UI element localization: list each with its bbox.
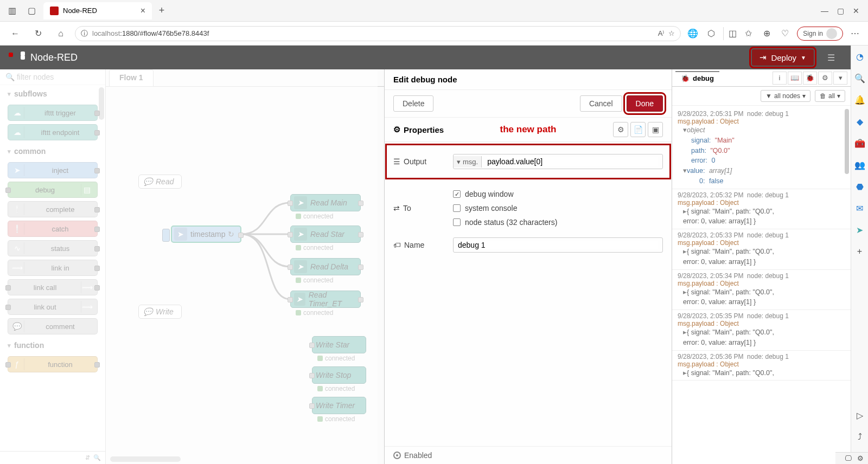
node-appearance-icon[interactable]: ▣ xyxy=(648,122,663,137)
more-icon[interactable]: ⋯ xyxy=(848,27,861,40)
palette-node-complete[interactable]: ❕complete xyxy=(8,201,98,217)
name-field[interactable] xyxy=(458,241,658,249)
checkbox-node-status[interactable] xyxy=(453,218,461,226)
palette-node-comment[interactable]: 💬comment xyxy=(8,318,98,334)
ie-mode-icon[interactable]: 🌐 xyxy=(686,27,699,40)
flow-node-write-star[interactable]: Write Star xyxy=(312,336,366,353)
minimize-icon[interactable]: — xyxy=(821,7,828,15)
deploy-caret-icon[interactable]: ▼ xyxy=(801,55,806,61)
shopping-icon[interactable]: 🧰 xyxy=(854,138,865,149)
comment-node-read[interactable]: 💬Read xyxy=(138,175,182,189)
copilot-icon[interactable]: ◔ xyxy=(854,51,865,62)
tools-icon[interactable]: ◆ xyxy=(854,116,865,127)
palette-node-linkcall[interactable]: link call⟿ xyxy=(8,279,98,295)
debug-scrollbar[interactable] xyxy=(845,109,849,174)
help-tab-icon[interactable]: 📖 xyxy=(788,72,802,85)
inject-button[interactable] xyxy=(162,229,170,242)
checkbox-debug-window[interactable]: ✓ xyxy=(453,190,461,198)
palette-node-status[interactable]: ∿status xyxy=(8,240,98,256)
palette-node-catch[interactable]: ❕catch xyxy=(8,221,98,237)
extensions-icon[interactable]: ⬡ xyxy=(705,27,718,40)
deploy-button[interactable]: ⇥ Deploy ▼ xyxy=(752,49,814,66)
close-window-icon[interactable]: ✕ xyxy=(853,7,859,15)
palette-node-linkout[interactable]: link out⟿ xyxy=(8,299,98,315)
site-info-icon[interactable]: ⓘ xyxy=(81,29,88,38)
debug-tab[interactable]: 🐞debug xyxy=(675,71,719,85)
new-tab-button[interactable]: + xyxy=(154,3,169,18)
status-gear-icon[interactable]: ⚙ xyxy=(857,454,864,462)
palette-node-debug[interactable]: debug▤ xyxy=(8,182,98,198)
vertical-tabs-icon[interactable]: ▥ xyxy=(4,3,20,18)
node-description-icon[interactable]: 📄 xyxy=(630,122,646,137)
palette-search-icon[interactable]: 🔍 xyxy=(93,454,101,461)
workspace-tab-flow1[interactable]: Flow 1 xyxy=(109,69,154,86)
output-type-selector[interactable]: ▾msg. xyxy=(454,156,482,167)
main-menu-button[interactable]: ☰ xyxy=(820,47,842,68)
status-monitor-icon[interactable]: 🖵 xyxy=(845,454,852,462)
favorite-icon[interactable]: ☆ xyxy=(668,29,675,37)
bell-icon[interactable]: 🔔 xyxy=(854,94,865,105)
browser-tab[interactable]: Node-RED × xyxy=(43,2,152,20)
canvas-scrollbar-h[interactable] xyxy=(110,456,181,462)
edge-sidebar: ◔ 🔍 🔔 ◆ 🧰 👥 ⬣ ✉ ➤ + ▷ ⤴ ⚙ xyxy=(851,46,868,464)
tab-actions-icon[interactable]: ▢ xyxy=(24,3,39,18)
delete-button[interactable]: Delete xyxy=(393,95,433,112)
palette-node-linkin[interactable]: ⟿link in xyxy=(8,260,98,276)
back-button[interactable]: ← xyxy=(7,25,24,42)
office-icon[interactable]: ⬣ xyxy=(854,181,865,192)
info-tab-icon[interactable]: i xyxy=(773,72,787,85)
favorites-icon[interactable]: ✩ xyxy=(742,27,755,40)
enabled-toggle[interactable] xyxy=(393,452,401,459)
tab-close-icon[interactable]: × xyxy=(141,6,145,16)
refresh-button[interactable]: ↻ xyxy=(29,25,47,42)
flow-node-read-delta[interactable]: ➤Read Delta xyxy=(290,258,361,275)
palette-search[interactable]: 🔍 filter nodes xyxy=(0,69,105,85)
read-aloud-icon[interactable]: A⁾ xyxy=(658,29,665,37)
people-icon[interactable]: 👥 xyxy=(854,159,865,170)
url-bar[interactable]: ⓘ localhost:1880/#flow/476b5e78.8443f A⁾… xyxy=(75,26,681,41)
done-button[interactable]: Done xyxy=(627,95,663,112)
signin-button[interactable]: Sign in xyxy=(797,27,843,41)
editor-tray: Edit debug node Delete Cancel Done ⚙Prop… xyxy=(384,69,672,464)
palette-node-function[interactable]: ƒfunction xyxy=(8,356,98,372)
flow-node-write-stop[interactable]: Write Stop xyxy=(312,366,366,384)
checkbox-system-console[interactable] xyxy=(453,204,461,212)
search-icon[interactable]: 🔍 xyxy=(854,73,865,83)
palette-category-subflows[interactable]: subflows xyxy=(0,85,105,102)
send-icon[interactable]: ➤ xyxy=(854,224,865,235)
home-button[interactable]: ⌂ xyxy=(52,25,69,42)
debug-tab-icon[interactable]: 🐞 xyxy=(803,72,817,85)
palette-node-ifttt-trigger[interactable]: ☁ifttt trigger xyxy=(8,105,98,121)
palette-node-ifttt-endpoint[interactable]: ☁ifttt endpoint xyxy=(8,124,98,140)
flow-node-read-timer[interactable]: ➤Read Timer_ET xyxy=(290,291,361,308)
browser-essentials-icon[interactable]: ♡ xyxy=(778,27,792,40)
hide-sidebar-icon[interactable]: ▷ xyxy=(854,410,865,421)
flow-node-read-star[interactable]: ➤Read Star xyxy=(290,225,361,243)
config-tab-icon[interactable]: ⚙ xyxy=(818,72,832,85)
palette-node-inject[interactable]: ➤inject xyxy=(8,162,98,178)
sidebar-link-icon[interactable]: ⤴ xyxy=(854,431,865,442)
maximize-icon[interactable]: ▢ xyxy=(837,7,844,15)
dropdown-tab-icon[interactable]: ▾ xyxy=(833,72,847,85)
node-settings-icon[interactable]: ⚙ xyxy=(613,122,628,137)
flow-canvas[interactable]: 💬Read 💬Write ➤ timestamp ↻ ➤Read Main co… xyxy=(106,87,384,464)
debug-messages[interactable]: 9/28/2023, 2:05:31 PM node: debug 1 msg.… xyxy=(672,106,851,464)
add-sidebar-icon[interactable]: + xyxy=(854,246,865,257)
outlook-icon[interactable]: ✉ xyxy=(854,203,865,214)
palette-category-common[interactable]: common xyxy=(0,143,105,160)
palette-category-function[interactable]: function xyxy=(0,337,105,354)
output-input[interactable]: ▾msg. xyxy=(453,154,663,169)
comment-node-write[interactable]: 💬Write xyxy=(138,305,182,319)
flow-node-read-main[interactable]: ➤Read Main xyxy=(290,194,361,211)
palette-collapse-icon[interactable]: ⇵ xyxy=(85,454,90,461)
output-path-field[interactable] xyxy=(487,157,658,166)
filter-nodes-button[interactable]: ▼all nodes▾ xyxy=(761,90,810,102)
exclaim-icon: ❕ xyxy=(12,223,24,235)
collections-icon[interactable]: ⊕ xyxy=(760,27,773,40)
clear-debug-button[interactable]: 🗑all▾ xyxy=(815,90,845,102)
inject-node-timestamp[interactable]: ➤ timestamp ↻ xyxy=(171,225,241,243)
split-pane-icon[interactable]: ◫ xyxy=(723,27,736,40)
cloud-icon: ☁ xyxy=(12,107,24,119)
flow-node-write-timer[interactable]: Write Timer xyxy=(312,397,366,414)
cancel-button[interactable]: Cancel xyxy=(580,95,622,112)
